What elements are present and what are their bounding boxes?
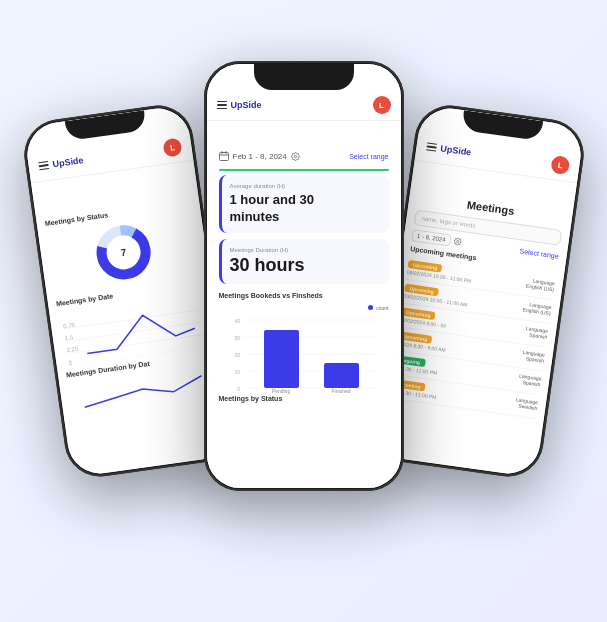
bar-chart-section: Meetings Bookeds vs Finsheds count — [219, 292, 389, 395]
right-content: Meetings name, tags or words 1 - 8, 2024… — [380, 161, 577, 426]
right-app-content: UpSide L Meetings name, tags or words 1 … — [373, 104, 585, 477]
svg-text:30: 30 — [234, 335, 240, 341]
svg-text:2.25: 2.25 — [66, 346, 79, 354]
avatar-right: L — [550, 155, 570, 175]
metric-label-total: Meetings Duration (H) — [230, 247, 381, 253]
svg-text:1.5: 1.5 — [64, 334, 74, 341]
meetings-list: Upcoming 08/02/2024 10:00 - 11:00 PM Lan… — [389, 256, 556, 419]
phone-notch-center — [254, 64, 354, 90]
svg-point-30 — [456, 240, 458, 242]
bar-chart-legend: count — [219, 305, 389, 311]
svg-text:0.75: 0.75 — [62, 322, 75, 330]
brand-name-left: UpSide — [51, 155, 83, 169]
phones-container: UpSide L Meetings by Status — [24, 21, 584, 601]
svg-text:10: 10 — [234, 369, 240, 375]
svg-text:20: 20 — [234, 352, 240, 358]
svg-rect-11 — [219, 153, 228, 161]
svg-text:3: 3 — [68, 360, 73, 366]
hamburger-icon-center[interactable] — [217, 101, 227, 110]
date-range-text: Feb 1 - 8, 2024 — [233, 152, 287, 161]
svg-text:40: 40 — [234, 318, 240, 324]
hamburger-icon-left[interactable] — [38, 161, 49, 171]
metric-card-total: Meetings Duration (H) 30 hours — [219, 239, 389, 284]
svg-text:Finished: Finished — [331, 388, 350, 394]
donut-container: 7 — [46, 212, 201, 292]
donut-chart: 7 — [89, 218, 157, 286]
metric-card-duration: Average duration (H) 1 hour and 30 minut… — [219, 175, 389, 233]
svg-line-5 — [65, 322, 204, 341]
select-range-center[interactable]: Select range — [349, 153, 388, 160]
svg-line-4 — [67, 334, 206, 353]
bottom-section-label: Meetings by Status — [219, 395, 389, 402]
gear-icon-center[interactable] — [291, 152, 300, 161]
svg-rect-26 — [264, 330, 299, 388]
donut-center-value: 7 — [120, 247, 127, 259]
svg-rect-27 — [324, 363, 359, 388]
legend-text: count — [376, 305, 388, 311]
svg-point-15 — [294, 155, 296, 157]
select-range-right[interactable]: Select range — [519, 247, 559, 259]
center-app-content: UpSide L Feb 1 - 8, 2024 — [207, 64, 401, 488]
date-row: Feb 1 - 8, 2024 Select range — [219, 151, 389, 161]
center-content: Feb 1 - 8, 2024 Select range Average dur… — [207, 121, 401, 416]
metric-label-duration: Average duration (H) — [230, 183, 381, 189]
metric-value-duration: 1 hour and 30 minutes — [230, 191, 381, 225]
avatar-left: L — [162, 137, 182, 157]
calendar-icon — [219, 151, 229, 161]
gear-icon-right[interactable] — [452, 237, 461, 246]
bar-chart: 40 30 20 10 0 Pending Finished — [219, 315, 389, 395]
hamburger-icon-right[interactable] — [426, 142, 437, 152]
svg-line-6 — [63, 309, 202, 328]
brand-name-center: UpSide — [231, 100, 262, 110]
brand-name-right: UpSide — [439, 143, 471, 157]
date-filter[interactable]: 1 - 8, 2024 — [411, 229, 451, 246]
phone-center: UpSide L Feb 1 - 8, 2024 — [204, 61, 404, 491]
left-content: Meetings by Status 7 Meetings by D — [31, 161, 227, 422]
metric-value-total: 30 hours — [230, 255, 381, 276]
legend-dot — [368, 305, 373, 310]
svg-text:0: 0 — [237, 386, 240, 392]
chart-title: Meetings Bookeds vs Finsheds — [219, 292, 389, 299]
avatar-center: L — [373, 96, 391, 114]
green-progress-bar — [219, 169, 389, 171]
svg-text:Pending: Pending — [271, 388, 290, 394]
